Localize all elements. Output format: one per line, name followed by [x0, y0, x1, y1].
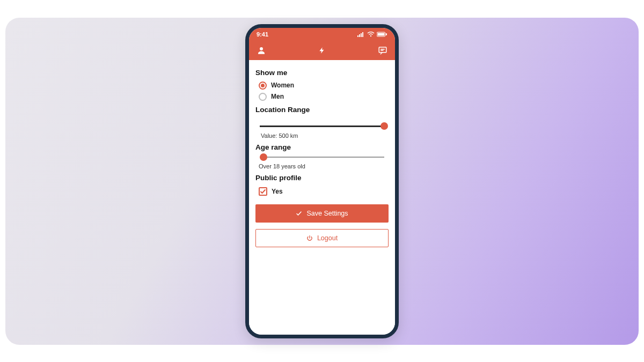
age-range-title: Age range	[255, 143, 389, 151]
location-range-title: Location Range	[255, 106, 389, 114]
age-value: Over 18 years old	[255, 161, 389, 171]
logout-button[interactable]: Logout	[255, 229, 389, 247]
svg-rect-9	[379, 47, 386, 53]
background-card: 9:41 Show me Women	[5, 18, 639, 345]
svg-point-4	[370, 35, 371, 36]
public-profile-title: Public profile	[255, 174, 389, 182]
power-icon	[306, 235, 313, 241]
public-profile-checkbox[interactable]: Yes	[255, 185, 389, 198]
age-slider[interactable]	[260, 157, 384, 158]
logout-button-label: Logout	[317, 234, 338, 242]
check-icon	[296, 210, 302, 217]
bolt-icon[interactable]	[318, 46, 326, 55]
svg-rect-2	[361, 33, 362, 37]
profile-icon[interactable]	[257, 46, 266, 55]
checkbox-label: Yes	[272, 188, 283, 195]
radio-label: Men	[271, 93, 284, 100]
save-button[interactable]: Save Settings	[255, 204, 389, 223]
radio-men[interactable]: Men	[255, 91, 389, 102]
location-value: Value: 500 km	[255, 130, 389, 140]
save-button-label: Save Settings	[306, 210, 348, 217]
svg-rect-6	[378, 33, 385, 35]
chat-icon[interactable]	[378, 46, 387, 55]
svg-rect-3	[362, 32, 363, 37]
location-slider[interactable]	[260, 125, 384, 127]
svg-rect-0	[357, 35, 358, 37]
checkbox-icon	[259, 187, 267, 196]
status-icons	[357, 32, 387, 37]
radio-icon	[259, 93, 267, 101]
radio-label: Women	[271, 82, 294, 89]
settings-content: Show me Women Men Location Range Value: …	[249, 60, 395, 335]
battery-icon	[377, 32, 387, 37]
radio-women[interactable]: Women	[255, 80, 389, 91]
signal-icon	[357, 32, 365, 37]
slider-thumb[interactable]	[380, 122, 388, 130]
app-bar	[249, 41, 395, 60]
phone-frame: 9:41 Show me Women	[245, 24, 399, 338]
svg-point-8	[260, 47, 263, 50]
show-me-title: Show me	[255, 69, 389, 77]
status-time: 9:41	[257, 31, 268, 38]
svg-rect-7	[386, 33, 387, 35]
wifi-icon	[367, 32, 375, 37]
radio-icon	[259, 82, 267, 90]
slider-thumb[interactable]	[260, 153, 267, 161]
status-bar: 9:41	[249, 28, 395, 41]
svg-rect-1	[359, 34, 360, 37]
